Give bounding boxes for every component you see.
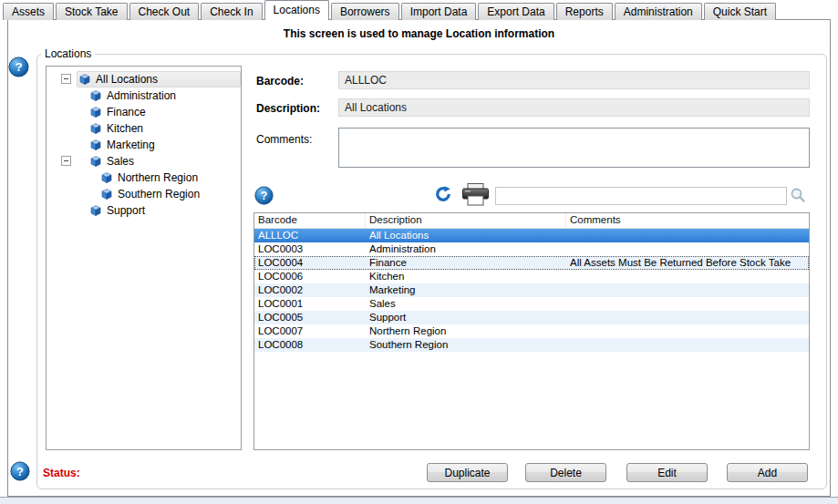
refresh-icon[interactable]	[435, 186, 451, 202]
collapse-icon[interactable]	[61, 74, 71, 84]
locations-table[interactable]: BarcodeDescriptionComments ALLLOCAll Loc…	[253, 212, 810, 450]
cell-comments: All Assets Must Be Returned Before Stock…	[566, 256, 809, 270]
tab-check-in[interactable]: Check In	[201, 3, 262, 20]
cell-barcode: LOC0005	[254, 311, 366, 324]
tree-item-southern-region[interactable]: Southern Region	[47, 186, 241, 202]
tree-item-northern-region[interactable]: Northern Region	[47, 170, 241, 186]
table-row-loc0004[interactable]: LOC0004FinanceAll Assets Must Be Returne…	[254, 256, 809, 270]
column-header-comments[interactable]: Comments	[566, 213, 809, 228]
table-row-loc0002[interactable]: LOC0002Marketing	[254, 283, 809, 297]
description-label: Description:	[256, 102, 320, 115]
cell-comments	[566, 242, 809, 256]
add-button[interactable]: Add	[727, 463, 808, 482]
print-icon[interactable]	[460, 182, 491, 207]
help-icon[interactable]: ?	[254, 186, 274, 205]
description-field: All Locations	[338, 98, 810, 117]
cell-description: Marketing	[366, 283, 566, 297]
application-window: AssetsStock TakeCheck OutCheck InLocatio…	[0, 0, 838, 504]
tree-item-administration[interactable]: Administration	[47, 87, 241, 104]
svg-text:?: ?	[16, 465, 24, 478]
tab-export-data[interactable]: Export Data	[478, 3, 553, 20]
cell-comments	[566, 283, 809, 297]
cell-comments	[566, 338, 809, 352]
locations-tree[interactable]: All LocationsAdministrationFinanceKitche…	[46, 66, 242, 450]
table-row-loc0005[interactable]: LOC0005Support	[254, 311, 809, 324]
tree-item-label: All Locations	[96, 73, 158, 86]
cell-description: Sales	[366, 297, 566, 311]
cell-barcode: ALLLOC	[254, 229, 366, 242]
tab-locations[interactable]: Locations	[264, 0, 329, 20]
cell-comments	[566, 297, 809, 311]
cell-barcode: LOC0002	[254, 283, 366, 297]
column-header-barcode[interactable]: Barcode	[254, 213, 366, 228]
tree-item-label: Sales	[107, 155, 134, 168]
edit-button[interactable]: Edit	[626, 463, 708, 482]
cell-comments	[566, 229, 809, 242]
tab-bar: AssetsStock TakeCheck OutCheck InLocatio…	[3, 1, 778, 20]
tree-item-support[interactable]: Support	[47, 202, 241, 219]
tree-item-marketing[interactable]: Marketing	[47, 137, 241, 153]
tree-item-label: Administration	[107, 89, 176, 102]
table-row-loc0003[interactable]: LOC0003Administration	[254, 242, 809, 256]
tab-check-out[interactable]: Check Out	[129, 3, 200, 20]
cell-description: All Locations	[366, 229, 566, 242]
barcode-label: Barcode:	[256, 75, 304, 87]
table-row-loc0008[interactable]: LOC0008Southern Region	[254, 338, 809, 352]
search-input[interactable]	[495, 187, 787, 205]
tree-item-finance[interactable]: Finance	[47, 104, 241, 120]
duplicate-button[interactable]: Duplicate	[427, 463, 508, 482]
location-cube-icon	[88, 154, 103, 169]
cell-comments	[566, 270, 809, 283]
groupbox-label: Locations	[41, 47, 95, 60]
cell-barcode: LOC0008	[254, 338, 366, 352]
location-cube-icon	[88, 138, 103, 152]
cell-barcode: LOC0003	[254, 242, 366, 256]
svg-text:?: ?	[261, 190, 267, 202]
table-row-loc0006[interactable]: LOC0006Kitchen	[254, 270, 809, 283]
location-cube-icon	[99, 187, 114, 201]
barcode-field: ALLLOC	[338, 71, 810, 89]
location-cube-icon	[88, 203, 103, 218]
cell-description: Southern Region	[366, 338, 566, 352]
collapse-icon[interactable]	[61, 156, 71, 166]
column-header-description[interactable]: Description	[366, 213, 566, 228]
tab-import-data[interactable]: Import Data	[401, 3, 477, 20]
cell-description: Northern Region	[366, 324, 566, 338]
help-icon[interactable]: ?	[8, 57, 29, 77]
cell-comments	[566, 311, 809, 324]
tree-item-label: Southern Region	[118, 188, 200, 201]
comments-field[interactable]	[338, 128, 810, 168]
table-header[interactable]: BarcodeDescriptionComments	[254, 213, 809, 229]
cell-description: Support	[366, 311, 566, 324]
tree-item-sales[interactable]: Sales	[47, 153, 241, 170]
tab-borrowers[interactable]: Borrowers	[331, 3, 399, 20]
tree-item-label: Kitchen	[107, 122, 143, 135]
search-icon[interactable]	[791, 188, 805, 202]
cell-description: Finance	[366, 256, 566, 270]
tree-item-all-locations[interactable]: All Locations	[47, 71, 241, 87]
window-frame-strip	[0, 498, 838, 504]
tab-quick-start[interactable]: Quick Start	[704, 3, 776, 20]
status-label: Status:	[43, 467, 80, 479]
tab-administration[interactable]: Administration	[615, 3, 702, 20]
location-cube-icon	[78, 72, 92, 87]
cell-description: Kitchen	[366, 270, 566, 283]
cell-comments	[566, 324, 809, 338]
location-cube-icon	[88, 105, 103, 119]
delete-button[interactable]: Delete	[525, 463, 606, 482]
tab-reports[interactable]: Reports	[556, 3, 613, 20]
table-row-loc0007[interactable]: LOC0007Northern Region	[254, 324, 809, 338]
tree-item-label: Marketing	[107, 139, 155, 151]
help-icon[interactable]: ?	[10, 461, 30, 481]
tab-stock-take[interactable]: Stock Take	[56, 3, 127, 20]
location-cube-icon	[99, 170, 114, 185]
location-cube-icon	[88, 88, 103, 103]
tab-assets[interactable]: Assets	[3, 3, 54, 20]
table-row-loc0001[interactable]: LOC0001Sales	[254, 297, 809, 311]
cell-barcode: LOC0006	[254, 270, 366, 283]
table-row-allloc[interactable]: ALLLOCAll Locations	[254, 229, 809, 242]
tree-item-label: Support	[107, 204, 145, 217]
tree-item-kitchen[interactable]: Kitchen	[47, 120, 241, 137]
location-cube-icon	[88, 121, 103, 136]
svg-text:?: ?	[15, 60, 22, 74]
